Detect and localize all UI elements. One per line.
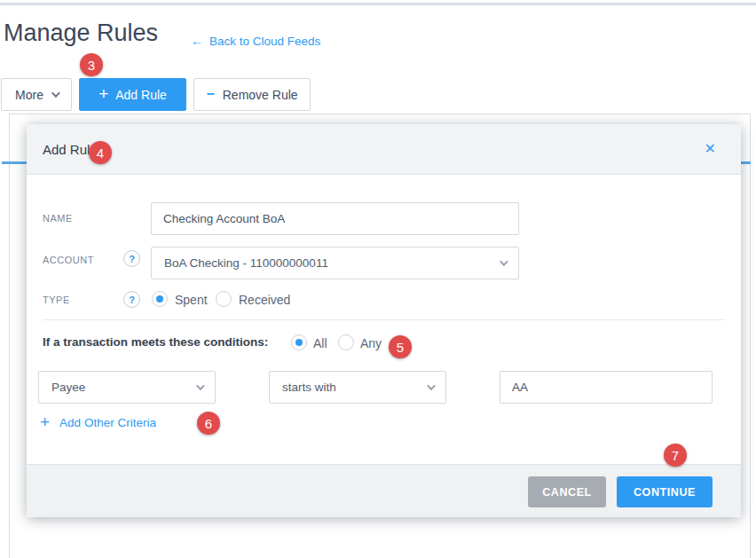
name-label: NAME (43, 213, 73, 224)
top-divider (0, 3, 756, 5)
criteria-operator-value: starts with (282, 381, 336, 394)
criteria-field-select[interactable]: Payee (38, 371, 216, 404)
chevron-down-icon (500, 257, 508, 266)
radio-all-label: All (313, 336, 327, 350)
criteria-operator-select[interactable]: starts with (269, 371, 446, 404)
more-button-label: More (15, 88, 43, 102)
step-badge-6: 6 (197, 412, 220, 435)
account-label: ACCOUNT (43, 255, 94, 265)
radio-any-label: Any (360, 336, 382, 350)
add-rule-modal: Add Rule ✕ NAME ACCOUNT ? BoA Checking -… (27, 124, 741, 517)
name-input[interactable] (151, 202, 519, 235)
minus-icon: − (206, 86, 214, 102)
remove-rule-button-label: Remove Rule (223, 88, 298, 102)
continue-button[interactable]: CONTINUE (617, 476, 713, 507)
modal-header: Add Rule ✕ (27, 124, 741, 175)
account-select[interactable]: BoA Checking - 110000000011 (151, 247, 519, 279)
radio-received-label: Received (239, 293, 290, 307)
radio-spent-label: Spent (175, 293, 208, 307)
manage-rules-screen: Manage Rules ←Back to Cloud Feeds More +… (0, 0, 756, 558)
step-badge-5: 5 (389, 335, 412, 358)
plus-icon: + (40, 413, 50, 430)
criteria-field-value: Payee (51, 381, 85, 394)
step-badge-3: 3 (80, 53, 103, 76)
radio-selected-dot (156, 295, 163, 303)
radio-received[interactable] (216, 291, 232, 307)
chevron-down-icon (196, 381, 205, 390)
chevron-down-icon (427, 381, 436, 390)
add-other-criteria-link[interactable]: + Add Other Criteria (40, 415, 156, 430)
radio-selected-dot (295, 339, 303, 346)
type-label: TYPE (43, 295, 70, 305)
criteria-value-input[interactable] (500, 371, 713, 404)
back-link-label: Back to Cloud Feeds (209, 35, 320, 48)
close-icon[interactable]: ✕ (705, 142, 716, 156)
add-rule-button[interactable]: + Add Rule (79, 78, 186, 111)
step-badge-7: 7 (664, 444, 687, 467)
radio-spent[interactable] (152, 291, 168, 307)
radio-all[interactable] (291, 334, 307, 350)
cancel-button[interactable]: CANCEL (528, 476, 606, 507)
back-arrow-icon: ← (191, 34, 203, 48)
add-rule-button-label: Add Rule (115, 88, 167, 102)
chevron-down-icon (51, 89, 60, 98)
account-help-icon[interactable]: ? (123, 250, 140, 267)
section-divider (43, 319, 725, 320)
back-to-cloud-feeds-link[interactable]: ←Back to Cloud Feeds (191, 34, 320, 48)
account-select-value: BoA Checking - 110000000011 (164, 256, 328, 270)
add-other-criteria-label: Add Other Criteria (59, 416, 156, 429)
modal-footer: CANCEL CONTINUE (27, 464, 741, 517)
plus-icon: + (98, 85, 108, 102)
step-badge-4: 4 (89, 141, 112, 164)
conditions-prompt: If a transaction meets these conditions: (43, 335, 268, 349)
remove-rule-button[interactable]: − Remove Rule (193, 78, 311, 111)
radio-any[interactable] (338, 334, 354, 350)
page-title: Manage Rules (4, 20, 158, 47)
more-button[interactable]: More (1, 78, 72, 111)
type-help-icon[interactable]: ? (123, 291, 140, 308)
